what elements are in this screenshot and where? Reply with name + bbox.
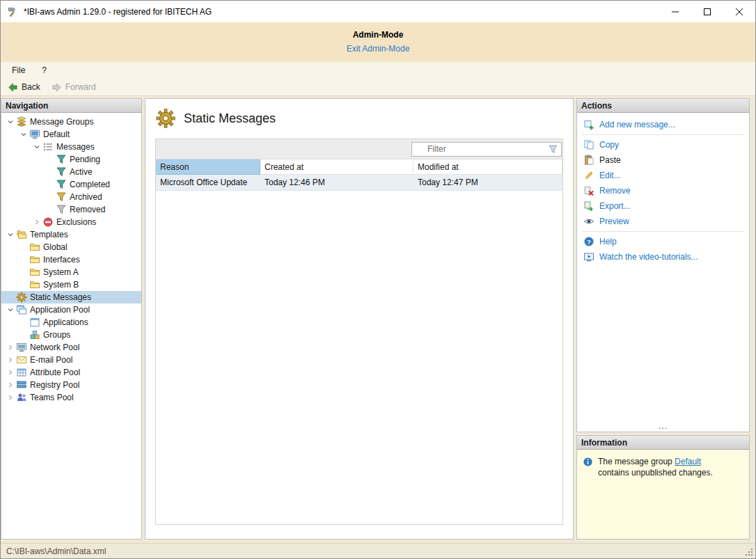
nav-item-label: Completed — [70, 180, 110, 189]
column-header-reason[interactable]: Reason — [156, 159, 260, 175]
maximize-button[interactable] — [691, 1, 723, 22]
nav-item-static-messages[interactable]: Static Messages — [1, 291, 141, 304]
filter-box — [411, 142, 562, 157]
export-icon — [583, 200, 594, 212]
action-paste[interactable]: Paste — [577, 152, 749, 168]
filter-input[interactable] — [412, 144, 547, 154]
statusbar: C:\IBI-aws\Admin\Data.xml — [1, 543, 755, 558]
email-pool-icon — [16, 354, 27, 365]
tree-collapsed-icon[interactable] — [4, 379, 16, 391]
nav-item-groups[interactable]: Groups — [1, 329, 141, 341]
action-label: Paste — [599, 155, 621, 165]
resize-grip[interactable] — [746, 549, 753, 556]
action-help[interactable]: ?Help — [577, 234, 749, 249]
menu-help[interactable]: ? — [42, 65, 47, 75]
filter-funnel-icon[interactable] — [547, 143, 559, 155]
info-text-before: The message group — [598, 457, 675, 466]
status-file-path: C:\IBI-aws\Admin\Data.xml — [6, 546, 106, 556]
minimize-button[interactable] — [659, 1, 691, 22]
nav-item-label: System B — [43, 280, 79, 290]
paste-icon — [583, 155, 594, 166]
tree-collapsed-icon[interactable] — [4, 367, 16, 378]
nav-item-system-b[interactable]: System B — [1, 278, 141, 291]
tree-indent-spacer — [44, 191, 56, 203]
tree-collapsed-icon[interactable] — [4, 354, 16, 365]
action-label: Copy — [599, 140, 619, 150]
panel-splitter-handle[interactable]: ... — [577, 423, 749, 432]
close-button[interactable] — [723, 1, 755, 22]
actions-separator — [582, 134, 744, 135]
back-button[interactable]: Back — [8, 82, 40, 93]
information-header: Information — [577, 436, 749, 450]
messages-icon — [42, 141, 54, 152]
nav-item-network-pool[interactable]: Network Pool — [1, 341, 141, 354]
network-pool-icon — [16, 342, 27, 353]
tree-collapsed-icon[interactable] — [4, 392, 16, 403]
column-header-modified-at[interactable]: Modified at — [414, 159, 562, 175]
action-copy[interactable]: Copy — [577, 137, 749, 152]
nav-item-attribute-pool[interactable]: Attribute Pool — [1, 366, 141, 379]
nav-item-teams-pool[interactable]: Teams Pool — [1, 391, 141, 404]
action-preview[interactable]: Preview — [577, 214, 749, 229]
funnel-active-icon — [56, 166, 67, 178]
tree-indent-spacer — [17, 279, 29, 290]
nav-item-active[interactable]: Active — [1, 166, 141, 178]
messages-table-area: ReasonCreated atModified at Microsoft Of… — [155, 139, 563, 525]
nav-item-system-a[interactable]: System A — [1, 266, 141, 278]
nav-item-label: Pending — [70, 155, 100, 164]
nav-item-message-groups[interactable]: Message Groups — [1, 116, 141, 128]
nav-item-label: Exclusions — [56, 217, 96, 227]
table-cell: Microsoft Office Update — [156, 175, 260, 190]
content-title-row: Static Messages — [145, 99, 573, 132]
tree-expanded-icon[interactable] — [4, 116, 16, 127]
nav-item-interfaces[interactable]: Interfaces — [1, 253, 141, 266]
nav-item-default[interactable]: Default — [1, 128, 141, 141]
nav-item-exclusions[interactable]: Exclusions — [1, 216, 141, 228]
nav-item-archived[interactable]: Archived — [1, 191, 141, 203]
nav-item-pending[interactable]: Pending — [1, 153, 141, 166]
tree-collapsed-icon[interactable] — [4, 342, 16, 353]
preview-icon — [583, 216, 594, 227]
tree-expanded-icon[interactable] — [4, 304, 16, 315]
exclusions-icon — [42, 216, 54, 228]
nav-item-removed[interactable]: Removed — [1, 203, 141, 216]
default-group-link[interactable]: Default — [675, 457, 701, 466]
table-body: Microsoft Office UpdateToday 12:46 PMTod… — [156, 175, 562, 191]
tree-expanded-icon[interactable] — [17, 129, 29, 140]
forward-button[interactable]: Forward — [52, 82, 96, 93]
nav-item-e-mail-pool[interactable]: E-mail Pool — [1, 354, 141, 366]
nav-item-templates[interactable]: Templates — [1, 228, 141, 241]
nav-item-applications[interactable]: Applications — [1, 316, 141, 329]
nav-item-registry-pool[interactable]: Registry Pool — [1, 379, 141, 391]
nav-item-application-pool[interactable]: Application Pool — [1, 304, 141, 316]
nav-item-label: Application Pool — [30, 305, 90, 315]
action-edit[interactable]: Edit... — [577, 168, 749, 183]
information-panel: Information The message group Default co… — [576, 435, 750, 540]
table-cell: Today 12:46 PM — [260, 175, 414, 190]
nav-item-messages[interactable]: Messages — [1, 141, 141, 153]
admin-mode-banner: Admin-Mode Exit Admin-Mode — [1, 22, 755, 62]
tree-indent-spacer — [17, 317, 29, 328]
menu-file[interactable]: File — [12, 65, 25, 75]
column-header-created-at[interactable]: Created at — [260, 159, 414, 175]
tree-expanded-icon[interactable] — [4, 229, 16, 240]
action-export[interactable]: Export... — [577, 198, 749, 214]
nav-item-completed[interactable]: Completed — [1, 178, 141, 191]
default-group-icon — [29, 129, 40, 140]
action-remove[interactable]: Remove — [577, 183, 749, 198]
nav-item-global[interactable]: Global — [1, 241, 141, 253]
info-text-after: contains unpublished changes. — [598, 468, 713, 478]
nav-item-label: System A — [43, 267, 79, 277]
tree-collapsed-icon[interactable] — [31, 216, 42, 228]
back-label: Back — [22, 82, 40, 92]
table-row[interactable]: Microsoft Office UpdateToday 12:46 PMTod… — [156, 175, 562, 191]
exit-admin-mode-link[interactable]: Exit Admin-Mode — [347, 44, 410, 54]
actions-panel: Actions Add new message...CopyPasteEdit.… — [576, 98, 750, 432]
action-watch-the-video-tutorials[interactable]: Watch the video-tutorials... — [577, 249, 749, 265]
tree-expanded-icon[interactable] — [31, 141, 42, 152]
folder-icon — [29, 267, 40, 278]
action-add-new-message[interactable]: Add new message... — [577, 117, 749, 132]
actions-header: Actions — [577, 99, 749, 113]
edit-icon — [583, 170, 594, 181]
teams-pool-icon — [16, 392, 27, 403]
